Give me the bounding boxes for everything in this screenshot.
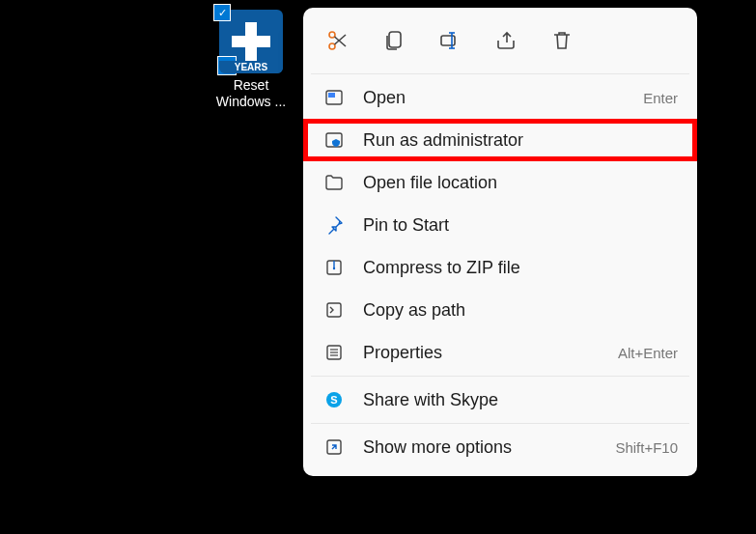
more-options-icon bbox=[322, 436, 346, 459]
desktop-shortcut-reset-windows[interactable]: ✓ ↗ YEARS Reset Windows ... bbox=[212, 10, 290, 110]
svg-point-1 bbox=[329, 43, 335, 49]
menu-divider bbox=[311, 73, 689, 74]
svg-point-0 bbox=[329, 32, 335, 38]
menu-item-compress-zip[interactable]: Compress to ZIP file bbox=[303, 246, 697, 289]
menu-label: Show more options bbox=[363, 437, 598, 458]
menu-divider bbox=[311, 376, 689, 377]
menu-shortcut: Shift+F10 bbox=[615, 439, 678, 456]
menu-item-show-more-options[interactable]: Show more options Shift+F10 bbox=[303, 426, 697, 468]
folder-icon bbox=[322, 171, 346, 194]
menu-label: Compress to ZIP file bbox=[363, 258, 678, 278]
copy-path-icon bbox=[322, 298, 346, 322]
menu-shortcut: Alt+Enter bbox=[618, 345, 678, 361]
menu-label: Open bbox=[363, 88, 626, 108]
checkmark-badge-icon: ✓ bbox=[213, 4, 231, 21]
rename-icon bbox=[438, 29, 462, 52]
copy-icon bbox=[382, 29, 406, 52]
menu-item-pin-to-start[interactable]: Pin to Start bbox=[303, 204, 697, 246]
svg-rect-15 bbox=[327, 303, 341, 317]
menu-label: Open file location bbox=[363, 173, 678, 193]
menu-label: Copy as path bbox=[363, 300, 678, 321]
menu-label: Pin to Start bbox=[363, 215, 678, 236]
svg-rect-10 bbox=[328, 93, 335, 98]
run-admin-icon bbox=[322, 128, 346, 152]
shortcut-label: Reset Windows ... bbox=[216, 77, 286, 110]
share-icon bbox=[494, 29, 518, 52]
svg-line-3 bbox=[335, 35, 347, 44]
svg-rect-4 bbox=[389, 32, 401, 47]
svg-text:S: S bbox=[330, 394, 337, 406]
rename-button[interactable] bbox=[434, 25, 465, 56]
shortcut-icon: ✓ ↗ YEARS bbox=[219, 10, 283, 73]
copy-button[interactable] bbox=[378, 25, 409, 56]
menu-item-copy-as-path[interactable]: Copy as path bbox=[303, 289, 697, 331]
scissors-icon bbox=[326, 29, 350, 52]
menu-item-properties[interactable]: Properties Alt+Enter bbox=[303, 331, 697, 374]
trash-icon bbox=[550, 29, 574, 52]
menu-item-open[interactable]: Open Enter bbox=[303, 76, 697, 119]
menu-item-run-as-administrator[interactable]: Run as administrator bbox=[303, 119, 697, 161]
menu-shortcut: Enter bbox=[643, 90, 678, 106]
menu-item-open-file-location[interactable]: Open file location bbox=[303, 161, 697, 204]
delete-button[interactable] bbox=[546, 25, 577, 56]
properties-icon bbox=[322, 341, 346, 364]
menu-label: Run as administrator bbox=[363, 130, 678, 151]
svg-line-2 bbox=[335, 37, 347, 46]
menu-item-share-skype[interactable]: S Share with Skype bbox=[303, 379, 697, 421]
context-toolbar bbox=[303, 15, 697, 71]
menu-label: Share with Skype bbox=[363, 390, 678, 410]
zip-icon bbox=[322, 256, 346, 279]
menu-divider bbox=[311, 423, 689, 424]
svg-point-14 bbox=[333, 267, 335, 269]
pin-icon bbox=[322, 213, 346, 237]
skype-icon: S bbox=[322, 388, 346, 411]
years-band-label: YEARS bbox=[219, 61, 283, 73]
menu-label: Properties bbox=[363, 343, 601, 363]
cut-button[interactable] bbox=[322, 25, 353, 56]
open-icon bbox=[322, 86, 346, 109]
share-button[interactable] bbox=[490, 25, 521, 56]
svg-rect-5 bbox=[441, 36, 455, 45]
context-menu: Open Enter Run as administrator Open fil… bbox=[303, 8, 697, 476]
